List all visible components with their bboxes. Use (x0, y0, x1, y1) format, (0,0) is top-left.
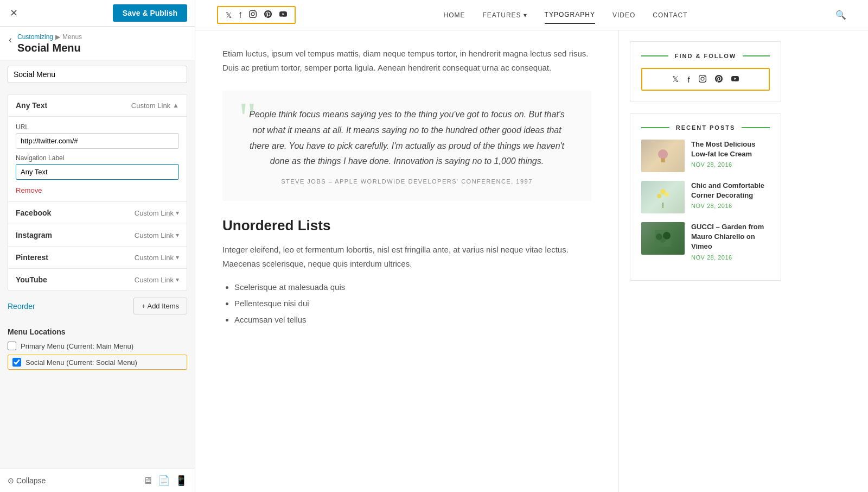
primary-menu-label: Primary Menu (Current: Main Menu) (21, 342, 133, 350)
nav-typography[interactable]: TYPOGRAPHY (545, 7, 595, 24)
article-content: Etiam luctus, ipsum vel tempus mattis, d… (195, 30, 618, 492)
post-info-3: GUCCI – Garden from Mauro Chiarello on V… (691, 222, 770, 261)
youtube-chevron: ▾ (176, 276, 179, 283)
follow-pinterest-icon[interactable] (715, 75, 723, 84)
pinterest-type: Custom Link ▾ (135, 254, 179, 262)
collapse-section: ⊙ Collapse 🖥 📄 📱 (0, 469, 195, 492)
page-body: Etiam luctus, ipsum vel tempus mattis, d… (195, 30, 868, 492)
post-date-2: NOV 28, 2016 (691, 203, 770, 209)
any-text-expanded-content: URL Navigation Label Remove (8, 117, 187, 201)
nav-contact[interactable]: CONTACT (653, 7, 687, 23)
url-input[interactable] (16, 133, 179, 149)
facebook-chevron: ▾ (176, 209, 179, 217)
menu-item-facebook: Facebook Custom Link ▾ (8, 202, 187, 224)
view-icons: 🖥 📄 📱 (143, 475, 187, 487)
list-item: Accumsan vel tellus (234, 312, 591, 328)
facebook-icon[interactable]: f (239, 11, 241, 20)
menu-locations-section: Menu Locations Primary Menu (Current: Ma… (0, 321, 195, 381)
follow-youtube-icon[interactable] (731, 75, 739, 84)
menu-item-instagram: Instagram Custom Link ▾ (8, 224, 187, 247)
garden-thumb-img (641, 222, 685, 255)
menu-item-pinterest-header[interactable]: Pinterest Custom Link ▾ (8, 247, 187, 268)
panel-title: Social Menu (17, 42, 82, 54)
svg-point-0 (658, 149, 668, 159)
remove-link[interactable]: Remove (16, 186, 42, 194)
menu-name-input[interactable] (8, 66, 187, 83)
nav-features[interactable]: FEATURES ▾ (482, 7, 527, 23)
instagram-label: Instagram (16, 231, 52, 239)
post-title-3[interactable]: GUCCI – Garden from Mauro Chiarello on V… (691, 222, 770, 252)
post-title-1[interactable]: The Most Delicious Low-fat Ice Cream (691, 140, 770, 159)
instagram-type: Custom Link ▾ (135, 231, 179, 239)
follow-icons: 𝕏 f (641, 68, 770, 91)
ul-heading: Unordered Lists (222, 217, 591, 234)
breadcrumb: Customizing ▶ Menus (17, 33, 82, 41)
recent-post-2: Chic and Comfortable Corner Decorating N… (641, 181, 770, 213)
search-icon[interactable]: 🔍 (835, 10, 846, 20)
menu-item-any-text-header[interactable]: Any Text Custom Link ▲ (8, 94, 187, 117)
save-publish-button[interactable]: Save & Publish (113, 4, 187, 22)
ul-intro: Integer eleifend, leo et fermentum lobor… (222, 243, 591, 270)
add-items-button[interactable]: + Add Items (133, 298, 187, 314)
menu-name-section (0, 60, 195, 94)
mobile-view-icon[interactable]: 📱 (175, 475, 187, 487)
find-follow-title: FIND & FOLLOW (675, 53, 736, 59)
follow-instagram-icon[interactable] (699, 75, 706, 84)
breadcrumb-arrow: ▶ (55, 33, 60, 41)
twitter-icon[interactable]: 𝕏 (226, 11, 232, 20)
close-button[interactable]: ✕ (8, 5, 20, 21)
follow-twitter-icon[interactable]: 𝕏 (672, 74, 679, 84)
menu-item-facebook-header[interactable]: Facebook Custom Link ▾ (8, 202, 187, 224)
any-text-type: Custom Link ▲ (131, 102, 179, 110)
post-date-1: NOV 28, 2016 (691, 161, 770, 168)
post-info-2: Chic and Comfortable Corner Decorating N… (691, 181, 770, 209)
recent-post-1: The Most Delicious Low-fat Ice Cream NOV… (641, 140, 770, 172)
main-nav: HOME FEATURES ▾ TYPOGRAPHY VIDEO CONTACT (443, 7, 687, 24)
main-content: 𝕏 f HOME FEATURES ▾ TYPOGRAPHY VIDEO CON… (195, 0, 868, 492)
recent-post-3: GUCCI – Garden from Mauro Chiarello on V… (641, 222, 770, 261)
menu-items-list: Any Text Custom Link ▲ URL Navigation La… (8, 94, 187, 291)
menu-locations-title: Menu Locations (8, 327, 187, 336)
post-title-2[interactable]: Chic and Comfortable Corner Decorating (691, 181, 770, 200)
pinterest-icon[interactable] (264, 10, 272, 20)
primary-menu-checkbox[interactable] (8, 342, 16, 350)
social-icons-bar: 𝕏 f (217, 6, 296, 24)
menu-item-youtube: YouTube Custom Link ▾ (8, 269, 187, 291)
location-primary: Primary Menu (Current: Main Menu) (8, 342, 187, 350)
youtube-icon[interactable] (279, 10, 287, 20)
any-text-label: Any Text (16, 101, 47, 110)
reorder-button[interactable]: Reorder (8, 302, 35, 311)
collapse-button[interactable]: ⊙ Collapse (8, 476, 46, 485)
social-menu-checkbox[interactable] (12, 358, 21, 367)
recent-posts-title-row: RECENT POSTS (641, 124, 770, 131)
menu-item-youtube-header[interactable]: YouTube Custom Link ▾ (8, 269, 187, 291)
menu-item-pinterest: Pinterest Custom Link ▾ (8, 247, 187, 269)
recent-title-line-right (742, 127, 770, 128)
facebook-label: Facebook (16, 209, 51, 217)
back-arrow-button[interactable]: ‹ (9, 34, 12, 46)
tablet-view-icon[interactable]: 📄 (158, 475, 170, 487)
ice-cream-thumb-img (641, 140, 685, 172)
facebook-type: Custom Link ▾ (135, 209, 179, 217)
menus-label: Menus (62, 33, 82, 41)
customizing-link[interactable]: Customizing (17, 33, 53, 41)
nav-label-input[interactable] (16, 164, 179, 180)
recent-posts-title: RECENT POSTS (676, 124, 736, 131)
post-thumb-1[interactable] (641, 140, 685, 172)
instagram-icon[interactable] (249, 10, 257, 20)
list-item: Scelerisque at malesuada quis (234, 279, 591, 295)
nav-video[interactable]: VIDEO (612, 7, 635, 23)
flowers-thumb-img (641, 181, 685, 213)
menu-item-instagram-header[interactable]: Instagram Custom Link ▾ (8, 224, 187, 246)
left-panel: ✕ Save & Publish ‹ Customizing ▶ Menus S… (0, 0, 195, 492)
site-header: 𝕏 f HOME FEATURES ▾ TYPOGRAPHY VIDEO CON… (195, 0, 868, 30)
find-follow-title-row: FIND & FOLLOW (641, 53, 770, 59)
desktop-view-icon[interactable]: 🖥 (143, 475, 152, 487)
nav-label-label: Navigation Label (16, 154, 179, 162)
post-thumb-2[interactable] (641, 181, 685, 213)
follow-facebook-icon[interactable]: f (687, 75, 690, 84)
nav-home[interactable]: HOME (443, 7, 465, 23)
sidebar: FIND & FOLLOW 𝕏 f (618, 30, 792, 492)
location-social: Social Menu (Current: Social Menu) (8, 355, 187, 370)
post-thumb-3[interactable] (641, 222, 685, 255)
